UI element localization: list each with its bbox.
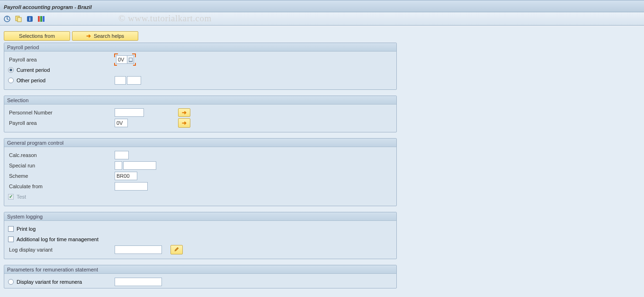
test-checkbox: Test <box>8 194 26 200</box>
search-helps-label: Search helps <box>94 33 124 39</box>
addl-log-checkbox[interactable]: Additional log for time management <box>8 236 98 242</box>
checkbox-icon <box>8 194 14 200</box>
pencil-icon <box>174 246 179 253</box>
selections-from-label: Selections from <box>19 33 55 39</box>
special-run-label: Special run <box>8 163 115 168</box>
execute-icon[interactable] <box>3 15 11 23</box>
group-header: System logging <box>4 212 396 221</box>
other-period-label: Other period <box>17 78 45 83</box>
group-selection: Selection Personnel Number ➜ Payroll are… <box>4 96 397 132</box>
group-payroll-period: Payroll period Payroll area Current peri… <box>4 43 397 90</box>
group-system-logging: System logging Print log Additional log … <box>4 212 397 259</box>
app-toolbar: i <box>0 12 644 26</box>
arrow-right-icon: ➜ <box>86 33 91 39</box>
payroll-area-input-2[interactable] <box>115 119 128 127</box>
log-display-variant-input[interactable] <box>115 245 162 254</box>
variant-icon[interactable] <box>14 15 23 23</box>
log-variant-edit-button[interactable] <box>170 245 183 254</box>
group-header: Payroll period <box>4 43 396 52</box>
payroll-area-label: Payroll area <box>8 57 115 62</box>
current-period-radio[interactable]: Current period <box>8 67 50 73</box>
test-label: Test <box>17 194 26 200</box>
scheme-label: Scheme <box>8 173 115 179</box>
print-log-checkbox[interactable]: Print log <box>8 226 36 232</box>
special-run-input-1[interactable] <box>115 161 122 170</box>
selections-from-button[interactable]: Selections from <box>4 31 70 41</box>
checkbox-icon <box>8 226 14 232</box>
calculate-from-input[interactable] <box>115 182 148 191</box>
action-row: Selections from ➜ Search helps <box>4 31 640 41</box>
app-root: Payroll accounting program - Brazil i © … <box>0 0 644 297</box>
radio-dot-icon <box>8 78 14 83</box>
other-period-from-input[interactable] <box>115 76 126 85</box>
radio-dot-icon <box>8 67 14 73</box>
group-general-program-control: General program control Calc.reason Spec… <box>4 138 397 206</box>
svg-rect-7 <box>43 16 45 22</box>
payroll-area-input[interactable] <box>116 55 127 64</box>
scheme-input[interactable] <box>115 172 137 180</box>
display-variant-label: Display variant for remunera <box>17 279 82 285</box>
info-icon[interactable]: i <box>26 15 34 23</box>
radio-dot-icon <box>8 279 14 285</box>
abc-icon[interactable] <box>37 15 45 23</box>
display-variant-input[interactable] <box>115 278 162 286</box>
payroll-area-hot-wrap <box>115 54 135 65</box>
payroll-area-label-2: Payroll area <box>8 120 115 126</box>
calc-reason-input[interactable] <box>115 151 129 159</box>
group-header: Parameters for remuneration statement <box>4 265 396 274</box>
checkbox-icon <box>8 236 14 242</box>
other-period-to-input[interactable] <box>127 76 141 85</box>
title-bar: Payroll accounting program - Brazil <box>0 0 644 12</box>
group-parameters-remuneration: Parameters for remuneration statement Di… <box>4 265 397 288</box>
personnel-number-input[interactable] <box>115 108 144 117</box>
special-run-input-2[interactable] <box>123 161 156 170</box>
print-log-label: Print log <box>17 226 36 232</box>
payroll-area-multi-button[interactable]: ➜ <box>178 118 190 128</box>
content-area: Selections from ➜ Search helps Payroll p… <box>0 26 644 297</box>
other-period-radio[interactable]: Other period <box>8 78 115 83</box>
arrow-right-icon: ➜ <box>182 120 187 126</box>
svg-rect-5 <box>38 16 40 22</box>
addl-log-label: Additional log for time management <box>17 236 98 242</box>
calc-reason-label: Calc.reason <box>8 152 115 158</box>
calculate-from-label: Calculate from <box>8 183 115 189</box>
group-header: Selection <box>4 96 396 105</box>
svg-rect-6 <box>40 16 42 22</box>
search-helps-button[interactable]: ➜ Search helps <box>72 31 138 41</box>
page-title: Payroll accounting program - Brazil <box>4 4 92 10</box>
personnel-number-multi-button[interactable]: ➜ <box>178 108 190 117</box>
current-period-label: Current period <box>17 67 50 73</box>
display-variant-radio[interactable]: Display variant for remunera <box>8 279 115 285</box>
svg-text:i: i <box>29 16 30 22</box>
group-header: General program control <box>4 139 396 147</box>
arrow-right-icon: ➜ <box>182 109 187 116</box>
personnel-number-label: Personnel Number <box>8 110 115 115</box>
log-display-variant-label: Log display variant <box>8 247 115 253</box>
svg-rect-2 <box>18 17 21 22</box>
